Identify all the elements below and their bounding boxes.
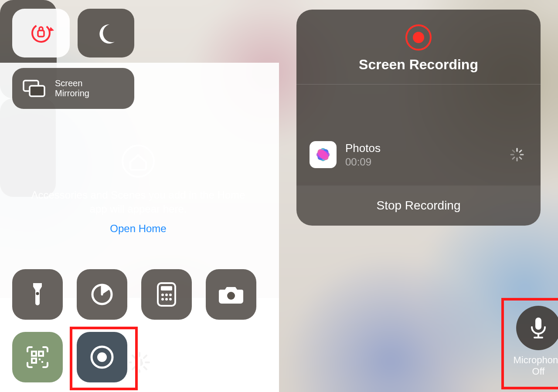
rotation-lock-icon <box>27 19 55 47</box>
timer-button[interactable] <box>77 269 127 320</box>
flashlight-button[interactable] <box>12 269 63 320</box>
svg-point-19 <box>161 294 164 296</box>
camera-icon <box>218 284 244 304</box>
calculator-icon <box>157 282 177 307</box>
recording-target-row[interactable]: Photos 00:09 <box>296 132 541 178</box>
flashlight-icon <box>27 280 48 308</box>
timer-icon <box>90 282 114 307</box>
stop-recording-label: Stop Recording <box>376 199 460 213</box>
microphone-toggle[interactable] <box>516 306 558 350</box>
svg-rect-27 <box>39 351 43 356</box>
svg-rect-28 <box>32 358 36 363</box>
microphone-label-line2: Off <box>497 366 558 377</box>
svg-point-22 <box>161 298 164 301</box>
home-placeholder-text: Accessories and Scenes you add in the Ho… <box>12 188 264 216</box>
quick-actions-row-2 <box>12 332 127 382</box>
home-icon <box>122 145 155 178</box>
svg-point-15 <box>36 292 39 295</box>
record-icon <box>88 344 116 371</box>
stop-recording-button[interactable]: Stop Recording <box>296 186 541 226</box>
screen-recording-sheet: Screen Recording <box>296 10 541 226</box>
screen-mirroring-icon <box>22 79 46 98</box>
screen-mirroring-label: Screen Mirroring <box>55 78 89 98</box>
open-home-link[interactable]: Open Home <box>12 223 264 235</box>
svg-point-20 <box>165 294 168 296</box>
svg-line-44 <box>520 157 521 159</box>
qr-icon <box>25 345 50 370</box>
camera-button[interactable] <box>206 269 256 320</box>
svg-line-42 <box>520 150 521 152</box>
svg-rect-2 <box>38 30 44 37</box>
rotation-lock-button[interactable] <box>12 9 70 57</box>
svg-rect-49 <box>535 318 541 330</box>
svg-rect-13 <box>30 86 44 96</box>
control-center-panel: Screen Mirroring Accessories and Scenes … <box>0 0 279 392</box>
svg-point-32 <box>97 352 107 362</box>
svg-point-23 <box>165 298 168 301</box>
svg-line-46 <box>513 157 514 159</box>
recording-indicator-icon <box>405 37 432 44</box>
photos-app-icon <box>310 141 337 168</box>
quick-actions-row-1 <box>12 269 256 320</box>
screen-record-button[interactable] <box>77 332 127 382</box>
home-card: Accessories and Scenes you add in the Ho… <box>12 139 264 253</box>
screen-mirroring-button[interactable]: Screen Mirroring <box>12 68 134 109</box>
microphone-label-line1: Microphone <box>497 355 558 366</box>
do-not-disturb-button[interactable] <box>78 9 134 57</box>
recording-target-name: Photos <box>345 142 381 155</box>
microphone-icon <box>528 316 548 340</box>
svg-point-0 <box>29 21 53 45</box>
svg-point-25 <box>227 292 235 300</box>
microphone-status-label: Microphone Off <box>497 355 558 378</box>
svg-rect-18 <box>161 286 172 291</box>
calculator-button[interactable] <box>141 269 192 320</box>
recording-elapsed-time: 00:09 <box>345 156 381 168</box>
qr-scanner-button[interactable] <box>12 332 63 382</box>
svg-rect-30 <box>41 361 43 363</box>
svg-point-14 <box>122 145 154 177</box>
svg-point-24 <box>169 298 172 301</box>
screen-recording-panel: Screen Recording <box>279 0 558 392</box>
moon-icon <box>94 21 118 45</box>
svg-line-48 <box>513 150 514 152</box>
svg-point-21 <box>169 294 172 296</box>
screen-recording-title: Screen Recording <box>296 57 541 73</box>
svg-rect-29 <box>39 358 41 360</box>
svg-rect-26 <box>32 351 36 356</box>
loading-spinner-icon <box>509 147 525 162</box>
divider <box>296 84 541 84</box>
